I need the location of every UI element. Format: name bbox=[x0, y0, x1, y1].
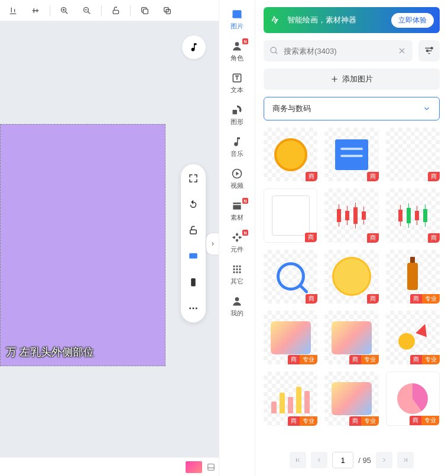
nav-text[interactable]: 文本 bbox=[219, 67, 255, 99]
promo-cta[interactable]: 立即体验 bbox=[391, 13, 434, 28]
filter-button[interactable] bbox=[418, 40, 440, 61]
svg-point-10 bbox=[193, 308, 194, 309]
asset-panel: A 智能绘画，素材神器 立即体验 添加图片 商务与数码 商商商商商商商商商专业商… bbox=[255, 0, 448, 476]
svg-point-26 bbox=[236, 271, 238, 273]
asset-item[interactable]: 商 bbox=[386, 188, 440, 242]
category-select[interactable]: 商务与数码 bbox=[264, 97, 440, 120]
selected-layer[interactable] bbox=[0, 124, 165, 366]
asset-item[interactable]: 商专业 bbox=[264, 311, 317, 364]
svg-point-32 bbox=[427, 50, 428, 52]
nav-shape[interactable]: 图形 bbox=[219, 99, 255, 131]
svg-point-22 bbox=[233, 268, 235, 270]
canvas-caption: 万 左乳头外侧部位 bbox=[6, 345, 94, 359]
page-first[interactable] bbox=[290, 452, 306, 468]
asset-item[interactable]: 商 bbox=[264, 250, 317, 304]
asset-item[interactable]: 商专业 bbox=[324, 371, 378, 425]
asset-item[interactable]: 商 bbox=[264, 128, 317, 181]
zoom-in-icon[interactable] bbox=[54, 2, 75, 19]
svg-point-27 bbox=[239, 271, 241, 273]
floating-toolbar bbox=[181, 164, 206, 322]
svg-point-11 bbox=[196, 308, 197, 309]
promo-banner[interactable]: A 智能绘画，素材神器 立即体验 bbox=[264, 7, 440, 33]
timeline-strip bbox=[0, 457, 219, 476]
desktop-icon[interactable] bbox=[185, 248, 202, 265]
chevron-down-icon bbox=[423, 105, 431, 113]
page-last[interactable] bbox=[397, 452, 414, 468]
nav-other[interactable]: 其它 bbox=[219, 259, 255, 291]
svg-rect-7 bbox=[189, 253, 197, 259]
asset-item[interactable]: 商专业 bbox=[324, 311, 378, 364]
svg-point-25 bbox=[233, 271, 235, 273]
svg-point-24 bbox=[239, 268, 241, 270]
top-toolbar bbox=[0, 0, 219, 21]
asset-item[interactable]: 商 bbox=[264, 188, 317, 242]
svg-point-23 bbox=[236, 268, 238, 270]
fullscreen-icon[interactable] bbox=[185, 170, 202, 187]
search-icon bbox=[270, 46, 279, 56]
page-input[interactable] bbox=[332, 452, 353, 468]
svg-point-9 bbox=[189, 308, 191, 309]
svg-point-28 bbox=[235, 297, 239, 301]
side-nav: 图片角色N文本图形音乐视频素材N元件N其它我的 bbox=[219, 0, 255, 476]
svg-point-30 bbox=[271, 47, 276, 53]
svg-rect-6 bbox=[190, 230, 197, 234]
panel-toggle-icon[interactable] bbox=[207, 463, 215, 471]
asset-item[interactable]: 商 bbox=[386, 128, 440, 181]
canvas-area: 万 左乳头外侧部位 bbox=[0, 0, 219, 476]
unlock-icon[interactable] bbox=[105, 2, 126, 19]
nav-role[interactable]: 角色N bbox=[219, 35, 255, 67]
svg-rect-8 bbox=[191, 278, 196, 286]
asset-item[interactable]: 商专业 bbox=[264, 371, 317, 425]
svg-text:A: A bbox=[272, 17, 276, 23]
music-button[interactable] bbox=[182, 35, 206, 59]
svg-rect-12 bbox=[208, 464, 215, 470]
svg-point-31 bbox=[431, 47, 433, 49]
svg-rect-3 bbox=[143, 9, 148, 14]
promo-text: 智能绘画，素材神器 bbox=[287, 15, 356, 25]
expand-handle[interactable] bbox=[206, 233, 219, 255]
nav-component[interactable]: 元件N bbox=[219, 227, 255, 259]
search-input[interactable] bbox=[284, 47, 392, 56]
asset-item[interactable]: 商专业 bbox=[386, 311, 440, 364]
zoom-out-icon[interactable] bbox=[76, 2, 98, 19]
page-next[interactable] bbox=[376, 452, 392, 468]
nav-mine[interactable]: 我的 bbox=[219, 291, 255, 322]
scene-thumbnail[interactable] bbox=[186, 461, 202, 473]
svg-point-21 bbox=[239, 265, 241, 267]
svg-point-20 bbox=[236, 265, 238, 267]
svg-point-15 bbox=[235, 42, 239, 46]
asset-item[interactable]: 商 bbox=[324, 128, 378, 181]
page-prev[interactable] bbox=[311, 452, 327, 468]
svg-point-19 bbox=[233, 265, 235, 267]
copy-icon[interactable] bbox=[134, 2, 155, 19]
svg-rect-2 bbox=[113, 10, 118, 14]
asset-item[interactable]: 商 bbox=[324, 188, 378, 242]
align-middle-icon[interactable] bbox=[25, 2, 46, 19]
ai-icon: A bbox=[270, 14, 281, 26]
asset-grid: 商商商商商商商商商专业商专业商专业商专业商专业商专业商专业 bbox=[264, 128, 440, 443]
clear-icon[interactable] bbox=[397, 46, 407, 56]
add-image-button[interactable]: 添加图片 bbox=[264, 69, 440, 90]
search-box[interactable] bbox=[264, 40, 413, 61]
duplicate-icon[interactable] bbox=[157, 2, 178, 19]
more-icon[interactable] bbox=[185, 300, 202, 317]
nav-material[interactable]: 素材N bbox=[219, 195, 255, 227]
asset-item[interactable]: 商 bbox=[324, 250, 378, 304]
pager: / 95 bbox=[264, 450, 440, 470]
nav-video[interactable]: 视频 bbox=[219, 163, 255, 195]
rotate-icon[interactable] bbox=[185, 196, 202, 213]
nav-music[interactable]: 音乐 bbox=[219, 131, 255, 163]
align-bottom-icon[interactable] bbox=[2, 2, 24, 19]
svg-rect-17 bbox=[233, 110, 238, 115]
mobile-icon[interactable] bbox=[185, 274, 202, 291]
page-total: / 95 bbox=[358, 456, 371, 465]
nav-image[interactable]: 图片 bbox=[219, 4, 255, 35]
asset-item[interactable]: 商专业 bbox=[386, 250, 440, 304]
svg-point-14 bbox=[235, 12, 236, 14]
asset-item[interactable]: 商专业 bbox=[386, 371, 440, 425]
lock-icon[interactable] bbox=[185, 222, 202, 239]
